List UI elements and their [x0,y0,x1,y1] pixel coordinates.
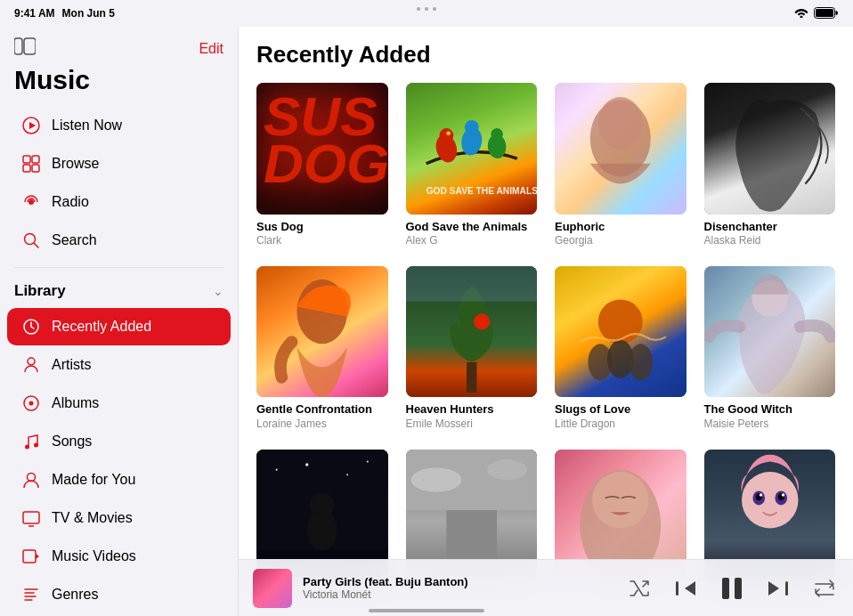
nav-item-radio[interactable]: Radio [7,183,231,221]
album-name-slugs: Slugs of Love [555,402,686,417]
status-time: 9:41 AM [14,7,55,20]
svg-point-19 [25,445,29,450]
shuffle-button[interactable] [625,574,654,603]
now-playing-bar: Party Girls (feat. Buju Banton) Victoria… [239,559,853,616]
nav-item-albums[interactable]: Albums [7,385,231,422]
svg-point-18 [29,401,34,406]
svg-point-64 [410,467,461,491]
artists-icon [21,355,41,375]
nav-item-search[interactable]: Search [7,222,231,259]
album-art-slugs [555,266,686,398]
album-name-disenchanter: Disenchanter [704,220,836,235]
album-card-euphoric[interactable]: Euphoric Georgia [555,83,686,248]
albums-icon [21,393,41,413]
svg-rect-24 [23,550,36,563]
svg-marker-75 [685,581,695,596]
album-card-gentle[interactable]: Gentle Confrontation Loraine James [256,266,388,432]
sidebar: Edit Music Listen Now [0,27,239,616]
listen-now-label: Listen Now [52,118,122,134]
made-for-you-icon [21,470,41,490]
svg-point-33 [439,128,453,142]
album-artist-good-witch: Maisie Peters [704,417,836,432]
album-artist-gentle: Loraine James [256,417,388,432]
recently-added-icon [21,317,41,336]
nav-item-tv-movies[interactable]: TV & Movies [7,499,231,537]
app-container: Edit Music Listen Now [0,27,853,616]
nav-item-artists[interactable]: Artists [7,346,231,384]
nav-section-main: Listen Now Browse [0,102,238,263]
nav-item-music-videos[interactable]: Music Videos [7,538,231,575]
svg-point-68 [741,472,798,529]
svg-rect-7 [32,156,39,163]
svg-marker-25 [36,554,39,559]
svg-point-57 [310,493,334,517]
album-art-sus-dog: SUSDOG [256,83,388,215]
search-icon [21,231,41,250]
now-playing-info: Party Girls (feat. Buju Banton) Victoria… [303,575,614,601]
sidebar-edit-btn[interactable]: Edit [199,41,223,57]
svg-text:GOD SAVE THE ANIMALS: GOD SAVE THE ANIMALS [426,186,537,196]
svg-point-36 [464,120,478,134]
svg-rect-6 [23,156,30,163]
music-videos-label: Music Videos [52,548,136,564]
artists-label: Artists [52,357,91,373]
album-name-god-save: God Save the Animals [406,220,538,235]
songs-label: Songs [52,434,92,450]
albums-grid: SUSDOG Sus Dog Clark [256,83,835,586]
previous-button[interactable] [671,574,700,603]
svg-point-46 [598,299,643,344]
svg-rect-76 [676,581,678,596]
svg-point-38 [491,128,503,141]
library-chevron[interactable]: ⌄ [213,284,223,298]
svg-line-12 [34,243,38,247]
album-card-sus-dog[interactable]: SUSDOG Sus Dog Clark [256,83,388,248]
svg-marker-79 [768,581,779,596]
listen-now-icon [21,116,41,135]
nav-item-listen-now[interactable]: Listen Now [7,107,231,144]
svg-point-67 [592,472,649,529]
albums-label: Albums [52,395,99,411]
svg-point-44 [474,313,490,329]
album-art-god-save: GOD SAVE THE ANIMALS [406,83,538,215]
svg-point-73 [759,493,761,496]
search-label: Search [52,232,97,248]
album-card-god-save[interactable]: GOD SAVE THE ANIMALS God Save the Animal… [406,83,538,248]
album-artist-slugs: Little Dragon [555,417,686,432]
album-art-good-witch [704,266,836,398]
svg-point-55 [367,460,369,462]
svg-rect-43 [467,362,476,393]
album-card-heaven[interactable]: Heaven Hunters Emile Mosseri [406,266,538,432]
svg-rect-9 [32,165,39,172]
album-artist-disenchanter: Alaska Reid [704,234,836,248]
svg-rect-3 [24,38,36,54]
library-title: Library [14,282,66,300]
recently-added-title: Recently Added [256,41,835,69]
home-indicator [369,609,484,612]
repeat-button[interactable] [810,574,839,603]
svg-marker-5 [29,122,36,129]
library-header: Library ⌄ [0,273,238,304]
album-card-slugs[interactable]: Slugs of Love Little Dragon [555,266,686,432]
songs-icon [21,432,41,451]
nav-item-browse[interactable]: Browse [7,145,231,182]
next-button[interactable] [764,574,792,603]
album-name-euphoric: Euphoric [555,220,686,235]
nav-item-songs[interactable]: Songs [7,423,231,460]
svg-point-10 [28,199,34,205]
svg-rect-1 [816,9,833,17]
nav-item-recently-added[interactable]: Recently Added [7,308,231,345]
album-card-good-witch[interactable]: The Good Witch Maisie Peters [704,266,836,432]
tv-movies-label: TV & Movies [52,510,133,526]
sidebar-collapse-btn[interactable] [14,37,36,60]
album-card-disenchanter[interactable]: Disenchanter Alaska Reid [704,83,836,248]
album-art-gentle [256,266,388,398]
pause-button[interactable] [718,574,746,603]
nav-item-genres[interactable]: Genres [7,576,231,613]
now-playing-title: Party Girls (feat. Buju Banton) [303,575,614,588]
status-date: Mon Jun 5 [62,7,115,20]
svg-rect-80 [785,581,788,596]
nav-item-made-for-you[interactable]: Made for You [7,461,231,498]
album-art-heaven [406,266,538,398]
svg-point-41 [598,97,643,150]
album-name-sus-dog: Sus Dog [256,220,388,235]
